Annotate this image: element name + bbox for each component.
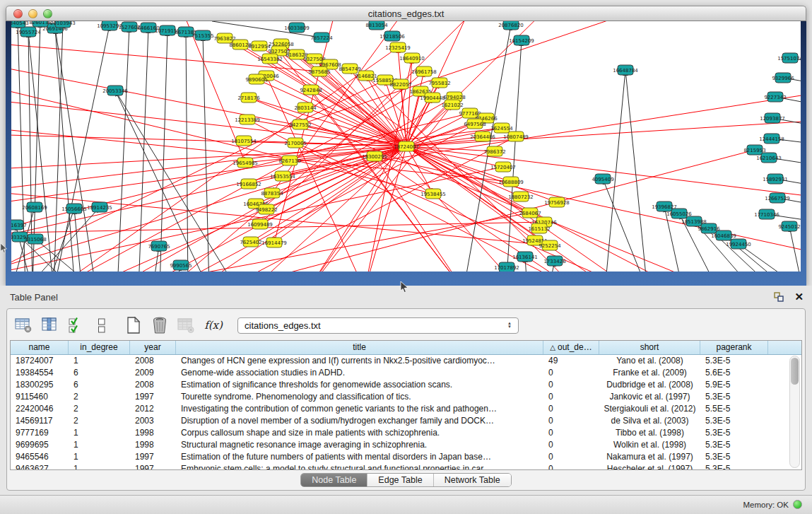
graph-node-12444158[interactable]: 12444158	[759, 134, 784, 144]
graph-node-10688809[interactable]: 10688809	[498, 177, 524, 187]
graph-node-8267130[interactable]: 8267130	[278, 156, 300, 165]
graph-node-16033809[interactable]: 16033809	[284, 23, 310, 33]
graph-node-7625402[interactable]: 7625402	[240, 237, 261, 247]
citation-edge-black[interactable]	[160, 30, 167, 271]
citation-edge-red[interactable]	[11, 146, 406, 205]
graph-node-19166852[interactable]: 19166852	[236, 179, 261, 189]
column-header-name[interactable]: name	[11, 341, 69, 354]
citation-edge-black[interactable]	[54, 23, 63, 271]
delete-table-button-disabled[interactable]	[175, 315, 196, 336]
graph-node-12325419[interactable]: 12325419	[385, 42, 411, 52]
scrollbar-thumb[interactable]	[791, 358, 799, 385]
graph-node-1621022[interactable]: 1621022	[441, 100, 463, 110]
graph-node-8878354[interactable]: 8878354	[261, 188, 283, 198]
graph-node-20608169[interactable]: 20608169	[22, 202, 47, 212]
graph-node-15720407[interactable]: 15720407	[490, 162, 516, 172]
graph-node-9498222[interactable]: 9498222	[255, 204, 277, 214]
graph-node-7515355[interactable]: 7515355	[192, 30, 213, 40]
citation-edge-red[interactable]	[167, 71, 424, 271]
graph-node-3315068[interactable]: 3315068	[24, 234, 46, 244]
graph-node-19538455[interactable]: 19538455	[420, 189, 446, 199]
column-header-year[interactable]: year	[130, 341, 176, 354]
select-column-button[interactable]	[39, 315, 60, 336]
column-header-out-de-[interactable]: △out_de…	[543, 341, 599, 354]
graph-node-9316397[interactable]: 9316397	[11, 220, 27, 230]
graph-node-9890605[interactable]: 9890605	[245, 74, 267, 84]
graph-node-9990565[interactable]: 9990565	[170, 260, 192, 270]
table-select-dropdown[interactable]: citations_edges.txt ▲▼	[237, 317, 519, 334]
graph-node-4095409[interactable]: 4095409	[592, 174, 613, 184]
citation-edge-black[interactable]	[186, 32, 188, 271]
column-header-title[interactable]: title	[176, 341, 543, 354]
citation-edge-black[interactable]	[117, 27, 129, 271]
table-row[interactable]: 2242004622012Investigating the contribut…	[11, 403, 801, 415]
graph-node-18914235[interactable]: 18914235	[87, 202, 112, 212]
graph-node-12667529[interactable]: 12667529	[765, 193, 790, 203]
graph-node-8427552[interactable]: 8427552	[289, 119, 311, 129]
column-header-pagerank[interactable]: pagerank	[700, 341, 768, 354]
float-panel-icon[interactable]	[773, 291, 784, 303]
graph-node-9875685[interactable]: 9875685	[308, 66, 330, 76]
citation-edge-black[interactable]	[739, 244, 801, 271]
graph-node-9227343[interactable]: 9227343	[764, 92, 786, 102]
graph-node-15751074[interactable]: 15751074	[777, 53, 801, 63]
citation-edge-red[interactable]	[406, 146, 539, 228]
graph-node-20876820[interactable]: 20876820	[498, 21, 524, 30]
graph-node-9252254[interactable]: 9252254	[539, 240, 561, 250]
graph-node-16353554[interactable]: 16353554	[270, 171, 295, 181]
graph-node-7690765[interactable]: 7690765	[148, 241, 170, 251]
select-all-rows-button[interactable]	[65, 315, 86, 336]
citation-edge-red[interactable]	[295, 143, 633, 271]
graph-node-8822057[interactable]: 8822057	[389, 79, 411, 89]
column-header-in-degree[interactable]: in_degree	[69, 341, 130, 354]
table-row[interactable]: 946554611997Estimation of the future num…	[11, 451, 801, 463]
graph-node-16154209[interactable]: 16154209	[509, 35, 534, 45]
graph-node-15892931[interactable]: 15892931	[763, 174, 788, 184]
table-row[interactable]: 969969511998Structural magnetic resonanc…	[11, 439, 801, 451]
citation-edge-black[interactable]	[605, 70, 625, 271]
graph-node-7986372[interactable]: 7986372	[483, 146, 505, 156]
graph-node-1615132[interactable]: 1615132	[528, 223, 550, 233]
column-header-short[interactable]: short	[599, 341, 700, 354]
window-titlebar[interactable]: citations_edges.txt	[6, 6, 806, 21]
graph-node-16914479[interactable]: 16914479	[261, 238, 287, 247]
graph-node-2170065[interactable]: 2170065	[284, 138, 306, 148]
citation-edge-red[interactable]	[281, 44, 633, 271]
clear-selection-button[interactable]	[91, 315, 112, 336]
table-vertical-scrollbar[interactable]	[789, 356, 800, 468]
table-row[interactable]: 977716911998Corpus callosum shape and si…	[11, 427, 801, 439]
column-management-button[interactable]	[13, 315, 34, 336]
tab-network-table[interactable]: Network Table	[434, 474, 511, 486]
delete-column-button[interactable]	[149, 315, 170, 336]
graph-node-12213389[interactable]: 12213389	[235, 115, 260, 124]
new-column-button[interactable]	[123, 315, 144, 336]
graph-node-16136141[interactable]: 16136141	[512, 252, 538, 262]
citation-edge-black[interactable]	[506, 40, 522, 271]
graph-node-20053346[interactable]: 20053346	[102, 86, 128, 95]
apply-function-button[interactable]: f(x)	[201, 315, 225, 336]
citation-edge-black[interactable]	[139, 28, 148, 271]
citation-edge-black[interactable]	[74, 209, 82, 271]
network-view-canvas[interactable]: 1872400779638228860128891295425226058932…	[11, 21, 801, 271]
citation-edge-black[interactable]	[54, 25, 110, 271]
citation-edge-black[interactable]	[625, 70, 647, 271]
graph-node-16648784[interactable]: 16648784	[613, 65, 638, 75]
graph-node-17017892[interactable]: 17017892	[494, 262, 519, 271]
graph-node-9245012[interactable]: 9245012	[778, 221, 800, 231]
graph-node-19055724[interactable]: 19055724	[16, 27, 41, 37]
graph-node-8912954[interactable]: 8912954	[248, 41, 271, 51]
table-row[interactable]: 1938455462009Genome-wide association stu…	[11, 367, 801, 379]
memory-status-indicator[interactable]	[793, 500, 802, 509]
graph-node-8813054[interactable]: 8813054	[365, 21, 388, 30]
graph-node-6497568[interactable]: 6497568	[464, 119, 486, 129]
tab-edge-table[interactable]: Edge Table	[367, 474, 433, 486]
graph-node-7955812[interactable]: 7955812	[428, 78, 450, 88]
graph-node-9242848[interactable]: 9242848	[300, 85, 322, 95]
table-row[interactable]: 1872400712008Changes of HCN gene express…	[11, 355, 801, 367]
table-row[interactable]: 1830029562008Estimation of significance …	[11, 379, 801, 391]
graph-node-16961758[interactable]: 16961758	[411, 66, 437, 76]
graph-node-17710346[interactable]: 17710346	[754, 209, 779, 219]
table-row[interactable]: 911546021997Tourette syndrome. Phenomeno…	[11, 391, 801, 403]
close-panel-icon[interactable]: ✕	[794, 291, 804, 303]
graph-node-12093877[interactable]: 12093877	[760, 113, 785, 123]
